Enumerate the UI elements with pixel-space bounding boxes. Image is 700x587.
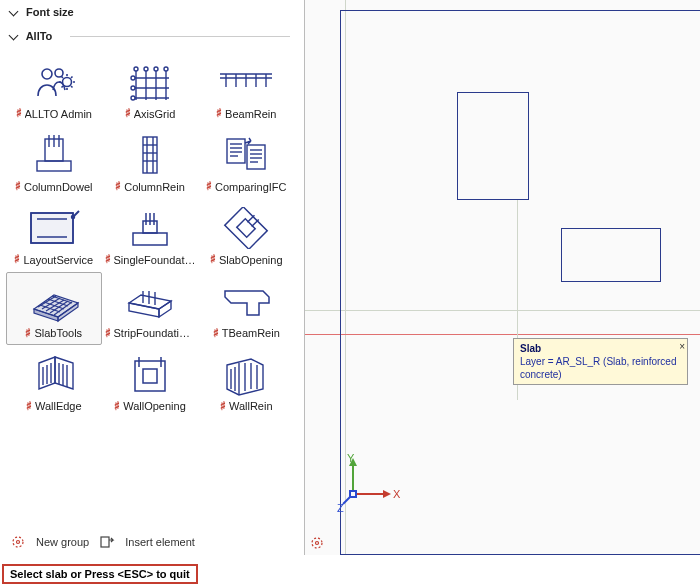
status-prompt: Select slab or Press <ESC> to quit [2,564,198,584]
wall-rein-icon [210,350,282,400]
svg-rect-88 [143,369,157,383]
slab-opening-2[interactable] [561,228,661,282]
status-bar: Select slab or Press <ESC> to quit [0,561,700,587]
grid-glyph-icon: ♯ [25,327,31,340]
svg-point-0 [42,69,52,79]
insert-element-button[interactable]: Insert element [125,536,195,548]
tool-tbeam-rein[interactable]: ♯ TBeamRein [199,272,295,345]
grid-glyph-icon: ♯ [213,327,219,340]
users-gear-icon [18,57,90,107]
svg-marker-73 [129,303,159,317]
svg-point-50 [71,216,74,219]
grid-glyph-icon: ♯ [220,400,226,413]
svg-rect-57 [237,219,255,237]
plugin-panel: Font size AllTo ♯ ALLTO Admin [0,0,300,555]
caption: ♯ BeamRein [216,107,276,120]
grid-glyph-icon: ♯ [206,180,212,193]
caption: ♯ WallOpening [114,400,186,413]
caption: ♯ StripFoundationR… [105,327,196,340]
tooltip-title: Slab [520,343,541,354]
column-dowel-icon [18,130,90,180]
tool-strip-foundation[interactable]: ♯ StripFoundationR… [102,272,199,345]
tool-layout-service[interactable]: ♯ LayoutService [6,198,102,271]
foundation-icon [114,203,186,253]
tool-slab-opening[interactable]: ♯ SlabOpening [199,198,295,271]
tool-wall-rein[interactable]: ♯ WallRein [199,345,295,418]
grid-glyph-icon: ♯ [105,327,111,340]
close-icon[interactable]: × [679,340,685,353]
tool-column-dowel[interactable]: ♯ ColumnDowel [6,125,102,198]
svg-rect-46 [31,213,73,243]
new-group-button[interactable]: New group [36,536,89,548]
divider [70,36,290,37]
grid-glyph-icon: ♯ [216,107,222,120]
tool-wall-edge[interactable]: ♯ WallEdge [6,345,102,418]
caption: ♯ LayoutService [14,253,93,266]
svg-line-58 [248,216,255,223]
column-rein-icon [114,130,186,180]
grid-glyph-icon: ♯ [125,107,131,120]
grid-glyph-icon: ♯ [26,400,32,413]
tool-single-foundation[interactable]: ♯ SingleFoundation… [102,198,199,271]
caption: ♯ SlabOpening [210,253,283,266]
section-allto[interactable]: AllTo [0,24,300,48]
svg-point-98 [13,537,23,547]
tool-comparing-ifc[interactable]: ♯ ComparingIFC [199,125,295,198]
panel-footer: New group Insert element [0,529,300,555]
svg-marker-74 [159,301,171,317]
grid-glyph-icon: ♯ [105,253,111,266]
caption: ♯ SlabTools [25,327,82,340]
wall-opening-icon [114,350,186,400]
svg-rect-29 [143,137,157,173]
caption: ♯ ColumnRein [115,180,185,193]
ucs-y-label: Y [347,454,355,464]
tool-axis-grid[interactable]: ♯ AxisGrid [102,52,199,125]
caption: ♯ WallRein [220,400,273,413]
section-title: Font size [26,6,74,18]
section-title: AllTo [26,30,53,42]
svg-marker-80 [55,357,73,389]
svg-point-3 [134,67,138,71]
svg-line-59 [252,220,259,227]
grid-glyph-icon: ♯ [115,180,121,193]
svg-point-5 [154,67,158,71]
blueprint-icon [18,203,90,253]
wall-corner-icon [18,350,90,400]
tool-grid: ♯ ALLTO Admin ♯ AxisGrid [0,48,300,422]
strip-foundation-icon [114,277,186,327]
ucs-icon: X Y Z [337,454,401,518]
svg-rect-56 [225,207,267,249]
grid-glyph-icon: ♯ [14,253,20,266]
gear-dashed-icon[interactable] [10,534,26,550]
element-tooltip: × Slab Layer = AR_SL_R (Slab, reinforced… [513,338,688,385]
svg-rect-109 [351,492,355,496]
caption: ♯ ALLTO Admin [16,107,92,120]
ucs-z-label: Z [337,502,344,514]
grid-glyph-icon: ♯ [210,253,216,266]
caption: ♯ TBeamRein [213,327,280,340]
tool-column-rein[interactable]: ♯ ColumnRein [102,125,199,198]
tool-beam-rein[interactable]: ♯ BeamRein [199,52,295,125]
tool-allto-admin[interactable]: ♯ ALLTO Admin [6,52,102,125]
svg-point-99 [17,541,20,544]
caption: ♯ WallEdge [26,400,82,413]
section-font-size[interactable]: Font size [0,0,300,24]
tbeam-icon [210,277,282,327]
svg-marker-78 [225,291,269,315]
caption: ♯ ComparingIFC [206,180,287,193]
insert-icon[interactable] [99,534,115,550]
svg-marker-106 [383,490,391,498]
svg-point-101 [312,538,322,548]
svg-rect-35 [227,139,245,163]
slab-opening-1[interactable] [457,92,529,200]
tool-wall-opening[interactable]: ♯ WallOpening [102,345,199,418]
slab-opening-icon [210,203,282,253]
svg-rect-51 [133,233,167,245]
compare-docs-icon [210,130,282,180]
svg-point-4 [144,67,148,71]
grid-glyph-icon: ♯ [16,107,22,120]
chevron-down-icon [9,31,19,41]
grid-glyph-icon: ♯ [114,400,120,413]
gear-dashed-icon[interactable] [309,535,325,551]
tool-slab-tools[interactable]: ♯ SlabTools [6,272,102,345]
